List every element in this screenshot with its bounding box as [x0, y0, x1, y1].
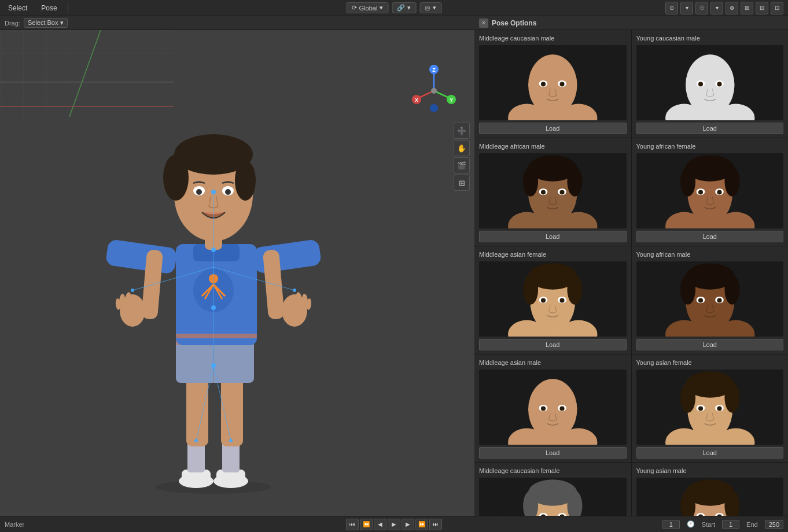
divider [68, 3, 68, 13]
character-card-young-caucasian-male: Young caucasian maleLoad [632, 30, 789, 138]
end-label: End [746, 521, 758, 528]
character-card-middleage-african-male: Middleage african maleLoad [474, 138, 631, 246]
svg-point-42 [225, 189, 231, 195]
overlay-icon: ◎ [425, 4, 430, 12]
load-btn-young-caucasian-male[interactable]: Load [636, 123, 784, 134]
character-card-young-asian-female: Young asian femaleLoad [632, 354, 789, 462]
shading-dropdown[interactable]: ▾ [680, 2, 693, 14]
svg-point-126 [559, 298, 564, 302]
jump-start-btn[interactable]: ⏮ [346, 519, 359, 530]
overlay-toggle[interactable]: ☉ [695, 2, 708, 14]
svg-point-54 [194, 439, 198, 442]
svg-point-50 [211, 305, 216, 310]
svg-point-112 [698, 190, 702, 194]
character-name-young-asian-female: Young asian female [636, 359, 784, 366]
svg-text:Z: Z [432, 67, 436, 73]
next-keyframe-btn[interactable]: ⏩ [415, 519, 428, 530]
quad-view-btn[interactable]: ⊟ [756, 2, 768, 14]
svg-point-138 [698, 298, 702, 302]
grid-tool-btn[interactable]: ⊞ [454, 175, 470, 191]
snap-btn[interactable]: 🔗 ▾ [392, 2, 416, 13]
step-forward-btn[interactable]: ▶ [402, 519, 414, 530]
svg-point-66 [431, 88, 437, 94]
snap-icon: 🔗 [397, 4, 405, 12]
svg-point-122 [567, 275, 582, 305]
add-tool-btn[interactable]: ➕ [454, 123, 470, 139]
viewport[interactable]: Z Y X ➕ ✋ 🎬 ⊞ [0, 30, 474, 516]
svg-rect-22 [252, 239, 322, 274]
transform-btn[interactable]: ⟳ Global ▾ [347, 2, 389, 13]
character-name-young-caucasian-male: Young caucasian male [636, 35, 784, 42]
character-preview-young-african-male [636, 261, 784, 337]
pose-close-btn[interactable]: × [479, 19, 488, 28]
svg-point-125 [541, 298, 546, 302]
svg-point-37 [163, 154, 189, 201]
load-btn-middleage-asian-male[interactable]: Load [479, 447, 627, 459]
load-btn-young-african-male[interactable]: Load [636, 339, 784, 350]
global-label: Global [359, 5, 378, 12]
play-btn[interactable]: ▶ [388, 519, 400, 530]
fullscreen-btn[interactable]: ⊡ [771, 2, 783, 14]
clock-icon: 🕐 [687, 520, 695, 528]
top-right-controls: ⊙ ▾ ☉ ▾ ⊕ ⊞ ⊟ ⊡ [665, 2, 783, 14]
viewport-shading-btn[interactable]: ⊙ [665, 2, 678, 14]
camera-tool-btn[interactable]: 🎬 [454, 157, 470, 173]
start-frame[interactable]: 1 [722, 520, 739, 529]
svg-point-99 [541, 190, 546, 194]
hand-tool-btn[interactable]: ✋ [454, 140, 470, 156]
svg-point-52 [293, 289, 296, 292]
svg-point-145 [528, 379, 577, 440]
character-preview-young-caucasian-male [636, 45, 784, 120]
character-card-middleage-caucasian-female: Middleage caucasian femaleLoad [474, 463, 631, 516]
character-preview-middleage-asian-male [479, 370, 627, 445]
load-btn-middleage-african-male[interactable]: Load [479, 231, 627, 242]
step-back-btn[interactable]: ◀ [374, 519, 386, 530]
character-card-middleage-asian-male: Middleage asian maleLoad [474, 354, 631, 462]
viewport-gizmo[interactable]: Z Y X [411, 65, 457, 111]
character-preview-young-asian-female [636, 370, 784, 445]
character-name-young-african-female: Young african female [636, 143, 784, 150]
character-card-middleage-caucasian-male: Middleage caucasian maleLoad [474, 30, 631, 138]
menu-select[interactable]: Select [5, 3, 31, 13]
menu-pose[interactable]: Pose [38, 3, 60, 13]
svg-point-73 [528, 54, 577, 116]
drag-bar: Drag: Select Box ▾ [0, 16, 474, 30]
svg-text:X: X [415, 97, 418, 103]
character-preview-young-african-female [636, 153, 784, 228]
svg-point-53 [131, 289, 134, 292]
svg-point-157 [680, 383, 695, 413]
svg-point-86 [698, 82, 702, 86]
character-preview-middleage-caucasian-female [479, 478, 627, 516]
svg-point-113 [717, 190, 721, 194]
prev-keyframe-btn[interactable]: ⏪ [360, 519, 373, 530]
load-btn-young-african-female[interactable]: Load [636, 231, 784, 242]
overlay-dropdown2[interactable]: ▾ [710, 2, 723, 14]
overlay-btn[interactable]: ◎ ▾ [419, 2, 441, 13]
svg-point-161 [698, 406, 702, 411]
svg-point-108 [680, 167, 695, 197]
grid-btn[interactable]: ⊞ [741, 2, 753, 14]
svg-point-77 [559, 82, 564, 86]
character-figure [75, 47, 352, 498]
drag-dropdown[interactable]: Select Box ▾ [24, 18, 68, 28]
character-name-middleage-caucasian-male: Middleage caucasian male [479, 35, 627, 42]
character-name-young-asian-male: Young asian male [636, 467, 784, 474]
svg-point-83 [686, 54, 735, 116]
load-btn-young-asian-female[interactable]: Load [636, 447, 784, 459]
pose-options-bar: × Pose Options [474, 16, 788, 30]
load-btn-middleage-asian-female[interactable]: Load [479, 339, 627, 350]
end-frame[interactable]: 250 [765, 520, 783, 529]
current-frame[interactable]: 1 [662, 520, 680, 529]
svg-point-139 [717, 298, 721, 302]
svg-text:Y: Y [450, 97, 453, 103]
gizmo-btn[interactable]: ⊕ [726, 2, 738, 14]
svg-point-149 [559, 406, 564, 411]
svg-point-76 [541, 82, 546, 86]
svg-point-38 [235, 160, 256, 201]
start-label: Start [702, 521, 715, 528]
svg-point-148 [541, 406, 546, 411]
load-btn-middleage-caucasian-male[interactable]: Load [479, 123, 627, 134]
jump-end-btn[interactable]: ⏭ [429, 519, 442, 530]
svg-point-48 [211, 190, 216, 194]
svg-point-67 [430, 104, 438, 112]
